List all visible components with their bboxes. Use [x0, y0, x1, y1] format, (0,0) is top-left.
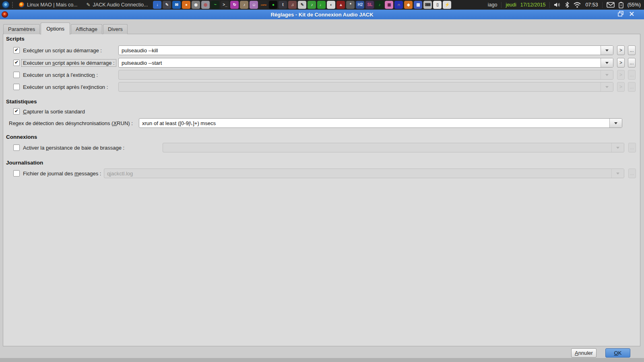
log-file-row: Fichier de journal des messages : qjackc…: [13, 169, 636, 178]
post-startup-script-combobox[interactable]: pulseaudio --start: [118, 58, 613, 68]
tab-affichage[interactable]: Affichage: [71, 24, 102, 34]
wifi-icon[interactable]: [573, 2, 581, 8]
capture-stdout-row: Capturer la sortie standard: [13, 108, 85, 115]
xrun-regex-combobox[interactable]: xrun of at least ([0-9|\.]+) msecs: [139, 118, 622, 128]
panel-handle: [12, 2, 13, 8]
mixer-icon[interactable]: ♪: [240, 1, 248, 9]
xrun-regex-label: Regex de détection des désynchronisation…: [9, 120, 133, 126]
dropdown-arrow-icon: [611, 169, 624, 178]
connections-heading: Connexions: [6, 134, 37, 140]
firefox-icon[interactable]: ●: [182, 1, 190, 9]
drums-icon[interactable]: ♫: [288, 1, 297, 9]
post-startup-script-checkbox[interactable]: [13, 60, 20, 66]
shutdown-script-combobox: [118, 70, 613, 80]
startup-script-combobox[interactable]: pulseaudio --kill: [118, 45, 613, 55]
window-button-jack[interactable]: ✎ JACK Audio Connectio...: [83, 0, 152, 10]
post-shutdown-script-browse-button: ...: [628, 82, 636, 92]
thunderbird-icon[interactable]: ✉: [172, 1, 181, 9]
startup-script-row: Exécuter un script au démarrage : pulsea…: [13, 45, 636, 55]
volume-icon[interactable]: [554, 2, 561, 8]
post-shutdown-script-checkbox[interactable]: [13, 84, 20, 90]
window-button-firefox[interactable]: Linux MAO | Mais co...: [15, 0, 81, 10]
close-window-icon[interactable]: [629, 11, 634, 18]
post-startup-script-label: Exécuter un script après le démarrage :: [21, 59, 116, 67]
terminal-icon[interactable]: >_: [221, 1, 229, 9]
tab-bar: Paramètres Options Affichage Divers: [3, 22, 128, 34]
dropdown-arrow-icon: [601, 70, 613, 79]
hydrogen-icon[interactable]: H2: [356, 1, 364, 9]
keyboard-layout-icon[interactable]: ⌨: [423, 1, 432, 9]
sooperlooper-icon[interactable]: SL: [365, 1, 374, 9]
patchbay-combobox: [163, 143, 624, 152]
text-editor-icon[interactable]: ✎: [163, 1, 171, 9]
gauge-icon[interactable]: ◐: [327, 1, 335, 9]
log-file-browse-button: ...: [628, 169, 636, 178]
note-circle-icon[interactable]: ♪: [375, 1, 384, 9]
clock-date-value: 17/12/2015: [520, 2, 546, 8]
shutdown-script-checkbox[interactable]: [13, 72, 20, 78]
sampler-icon[interactable]: *: [346, 1, 355, 9]
panel-status-area: iago jeudi 17/12/2015 07:53 (55%): [488, 2, 641, 8]
battery-icon[interactable]: [619, 2, 623, 8]
startup-script-browse-button[interactable]: ...: [628, 45, 636, 55]
droplet-icon[interactable]: ◆: [404, 1, 413, 9]
headphones-icon[interactable]: ∩: [394, 1, 403, 9]
post-shutdown-script-row: Exécuter un script après l'extinction : …: [13, 82, 636, 92]
dialog-titlebar[interactable]: Réglages - Kit de Connexion Audio JACK: [0, 10, 644, 19]
panel-separator: [549, 2, 550, 8]
oscilloscope-icon[interactable]: ~: [211, 1, 219, 9]
post-startup-script-row: Exécuter un script après le démarrage : …: [13, 58, 636, 68]
patchbay-persistence-row: Activer la persistance de baie de brassa…: [13, 143, 636, 152]
statistics-heading: Statistiques: [6, 99, 37, 105]
record-led-icon[interactable]: ●: [269, 1, 277, 9]
guitarix-icon[interactable]: t: [279, 1, 287, 9]
log-file-checkbox[interactable]: [13, 170, 20, 177]
post-shutdown-script-label: Exécuter un script après l'extinction :: [23, 84, 108, 90]
startup-script-checkbox[interactable]: [13, 47, 20, 53]
post-startup-script-run-button[interactable]: >: [617, 58, 625, 68]
download-icon[interactable]: ↓: [153, 1, 161, 9]
comic-icon[interactable]: ☺: [250, 1, 258, 9]
startup-script-run-button[interactable]: >: [617, 45, 625, 55]
carte-icon[interactable]: carte: [259, 1, 268, 9]
shutdown-script-browse-button: ...: [628, 70, 636, 80]
score-icon[interactable]: ♪: [308, 1, 316, 9]
battery-charge-icon[interactable]: ⚡: [443, 1, 451, 9]
mouse-icon[interactable]: ▯: [433, 1, 442, 9]
post-startup-script-browse-button[interactable]: ...: [628, 58, 636, 68]
restore-window-icon[interactable]: [618, 11, 624, 18]
dialog-title: Réglages - Kit de Connexion Audio JACK: [0, 12, 644, 18]
tab-parametres[interactable]: Paramètres: [3, 24, 40, 34]
sync-icon[interactable]: ↻: [230, 1, 239, 9]
window-button-label: Linux MAO | Mais co...: [27, 2, 78, 8]
camera-icon[interactable]: ◉: [192, 1, 200, 9]
firefox-icon: [19, 2, 25, 8]
virtual-keyboard-icon[interactable]: ▥: [414, 1, 422, 9]
mail-icon[interactable]: [607, 2, 615, 8]
dropdown-arrow-icon: [611, 143, 624, 152]
patchbay-persistence-label: Activer la persistance de baie de brassa…: [23, 145, 124, 151]
qjackctl-app-icon: [2, 11, 8, 18]
bluetooth-icon[interactable]: [565, 2, 569, 8]
dropdown-arrow-icon[interactable]: [601, 46, 613, 55]
mic-plug-icon[interactable]: ♩: [317, 1, 326, 9]
drum-machine-icon[interactable]: ▦: [385, 1, 393, 9]
pencil-icon: ✎: [87, 2, 91, 8]
clock-date[interactable]: jeudi 17/12/2015: [506, 2, 545, 8]
shutdown-script-run-button: >: [617, 70, 625, 80]
ardour-icon[interactable]: ▲: [336, 1, 345, 9]
tab-options[interactable]: Options: [41, 23, 70, 35]
disc-burner-icon[interactable]: ◎: [201, 1, 210, 9]
clock-time[interactable]: 07:53: [585, 2, 598, 8]
capture-stdout-checkbox[interactable]: [13, 108, 20, 115]
dropdown-arrow-icon[interactable]: [601, 58, 613, 67]
startup-script-label: Exécuter un script au démarrage :: [23, 47, 102, 53]
dropdown-arrow-icon[interactable]: [609, 119, 622, 128]
tab-divers[interactable]: Divers: [103, 24, 128, 34]
patchbay-browse-button: ...: [628, 143, 636, 152]
pen-icon[interactable]: ✎: [298, 1, 306, 9]
patchbay-persistence-checkbox[interactable]: [13, 144, 20, 151]
cancel-button[interactable]: Annuler: [571, 348, 597, 358]
audio-menu-icon[interactable]: [2, 1, 10, 9]
ok-button[interactable]: OK: [605, 348, 630, 358]
